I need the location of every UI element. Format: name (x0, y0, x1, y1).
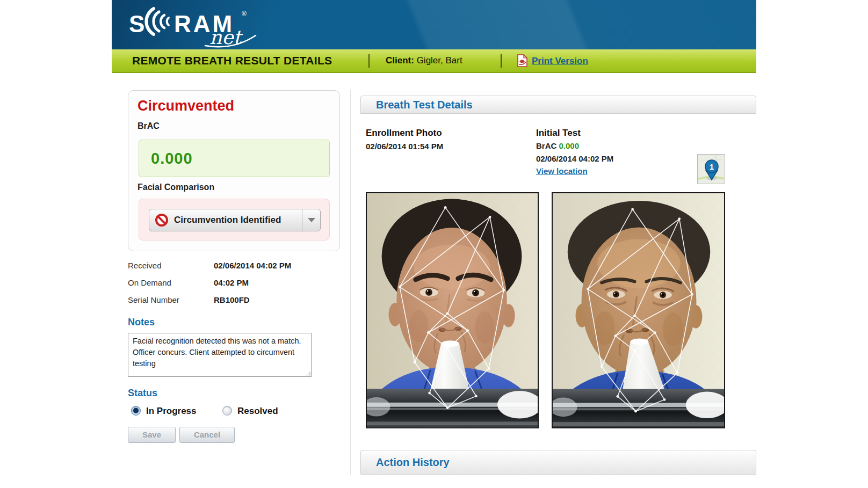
radio-resolved-label[interactable]: Resolved (237, 406, 278, 417)
print-version[interactable]: Print Version (517, 54, 588, 68)
brac-value-box: 0.000 (139, 140, 330, 177)
app-header: S RAM ® net (112, 0, 756, 49)
enrollment-photo-datetime: 02/06/2014 01:54 PM (366, 142, 443, 151)
received-label: Received (128, 261, 162, 270)
radio-in-progress-label[interactable]: In Progress (146, 406, 197, 417)
action-history-bar: Action History (360, 450, 756, 475)
facial-comparison-dropdown[interactable]: Circumvention Identified (149, 209, 321, 231)
map-thumbnail[interactable]: 1 (697, 154, 725, 184)
page-banner: REMOTE BREATH RESULT DETAILS Client: Gig… (112, 49, 756, 73)
serial-number-label: Serial Number (128, 295, 179, 304)
radio-in-progress[interactable] (131, 406, 141, 416)
notes-textarea[interactable]: Facial recognition detected this was not… (128, 333, 312, 377)
facial-comparison-box: Circumvention Identified (139, 199, 330, 241)
scramnet-logo: S RAM ® net (128, 4, 267, 48)
dropdown-arrow-button[interactable] (302, 209, 320, 231)
client-name: Gigler, Bart (417, 55, 462, 65)
panel-divider (350, 90, 351, 475)
pdf-icon (517, 54, 528, 68)
received-value: 02/06/2014 04:02 PM (214, 261, 291, 270)
action-history-title: Action History (376, 450, 756, 474)
page-title: REMOTE BREATH RESULT DETAILS (132, 54, 332, 67)
on-demand-value: 04:02 PM (214, 278, 249, 287)
save-button[interactable]: Save (128, 427, 176, 443)
serial-number-value: RB100FD (214, 295, 250, 304)
svg-text:net: net (209, 26, 243, 48)
no-symbol-icon (155, 213, 169, 227)
page: S RAM ® net REMOTE BREATH RESULT DETAILS… (112, 0, 756, 488)
breath-test-details-bar: Breath Test Details (360, 96, 756, 114)
brac-label: BrAC (138, 121, 160, 131)
print-version-link[interactable]: Print Version (532, 55, 588, 66)
initial-brac-value: 0.000 (559, 141, 580, 150)
initial-brac-label: BrAC (536, 141, 556, 150)
breath-test-details-title: Breath Test Details (376, 96, 756, 113)
on-demand-label: On Demand (128, 278, 171, 287)
client-info: Client: Gigler, Bart (386, 55, 462, 66)
initial-test-photo (552, 192, 725, 428)
view-location-link[interactable]: View location (536, 166, 588, 176)
result-status: Circumvented (138, 98, 234, 114)
initial-test-title: Initial Test (536, 128, 581, 139)
enrollment-photo (366, 192, 539, 428)
enrollment-photo-title: Enrollment Photo (366, 128, 442, 139)
initial-test-datetime: 02/06/2014 04:02 PM (536, 154, 613, 163)
svg-text:®: ® (242, 10, 247, 18)
client-label: Client: (386, 55, 414, 65)
banner-divider (368, 54, 370, 68)
banner-divider (501, 54, 502, 68)
facial-comparison-value: Circumvention Identified (174, 215, 281, 225)
radio-resolved[interactable] (222, 406, 232, 416)
initial-test-brac: BrAC 0.000 (536, 141, 579, 150)
svg-text:1: 1 (710, 162, 714, 171)
cancel-button[interactable]: Cancel (179, 427, 235, 443)
facial-comparison-label: Facial Comparison (138, 183, 214, 192)
svg-text:S: S (129, 11, 146, 37)
status-heading: Status (128, 388, 157, 399)
chevron-down-icon (308, 218, 315, 222)
soundwave-icon (146, 9, 169, 34)
brac-value: 0.000 (151, 150, 193, 167)
notes-heading: Notes (128, 317, 155, 328)
